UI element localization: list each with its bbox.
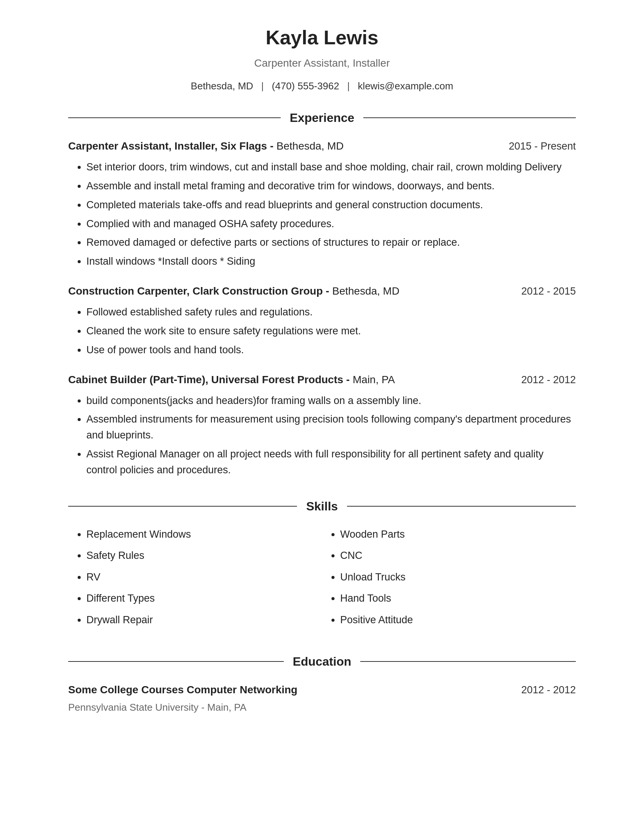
education-1: Some College Courses Computer Networking… — [68, 682, 576, 715]
job-2-header: Construction Carpenter, Clark Constructi… — [68, 283, 576, 299]
skills-left-column: Replacement Windows Safety Rules RV Diff… — [68, 527, 322, 634]
list-item: Unload Trucks — [340, 569, 576, 585]
job-2-location: Bethesda, MD — [332, 285, 399, 297]
education-1-school: Pennsylvania State University - Main, PA — [68, 700, 576, 715]
job-2-bullets: Followed established safety rules and re… — [68, 304, 576, 358]
experience-section-title: Experience — [281, 109, 364, 127]
education-1-degree: Some College Courses Computer Networking — [68, 682, 297, 698]
separator-2: | — [348, 80, 350, 92]
skills-line-right — [347, 506, 576, 507]
list-item: Different Types — [86, 591, 322, 606]
experience-line-right — [363, 117, 576, 118]
job-2: Construction Carpenter, Clark Constructi… — [68, 283, 576, 358]
skills-section-header: Skills — [68, 497, 576, 515]
job-3-bullets: build components(jacks and headers)for f… — [68, 393, 576, 478]
skills-section: Skills Replacement Windows Safety Rules … — [68, 497, 576, 634]
experience-section-header: Experience — [68, 109, 576, 127]
candidate-name: Kayla Lewis — [68, 23, 576, 52]
list-item: Assist Regional Manager on all project n… — [86, 446, 576, 478]
job-3-dates: 2012 - 2012 — [521, 372, 576, 388]
education-section-title: Education — [284, 652, 361, 671]
separator-1: | — [261, 80, 264, 92]
contact-location: Bethesda, MD — [191, 80, 253, 92]
job-3-title: Cabinet Builder (Part-Time), Universal F… — [68, 372, 395, 388]
education-line-right — [360, 661, 576, 662]
job-1: Carpenter Assistant, Installer, Six Flag… — [68, 138, 576, 270]
contact-email: klewis@example.com — [358, 80, 454, 92]
job-1-dates: 2015 - Present — [509, 138, 576, 154]
list-item: Followed established safety rules and re… — [86, 304, 576, 320]
list-item: Assembled instruments for measurement us… — [86, 412, 576, 443]
skills-grid: Replacement Windows Safety Rules RV Diff… — [68, 527, 576, 634]
job-3-location: Main, PA — [353, 374, 395, 386]
job-3: Cabinet Builder (Part-Time), Universal F… — [68, 372, 576, 478]
list-item: Removed damaged or defective parts or se… — [86, 235, 576, 251]
list-item: CNC — [340, 548, 576, 563]
job-1-header: Carpenter Assistant, Installer, Six Flag… — [68, 138, 576, 154]
education-1-header: Some College Courses Computer Networking… — [68, 682, 576, 698]
list-item: Cleaned the work site to ensure safety r… — [86, 323, 576, 339]
list-item: build components(jacks and headers)for f… — [86, 393, 576, 409]
education-section: Education Some College Courses Computer … — [68, 652, 576, 715]
list-item: RV — [86, 569, 322, 585]
job-2-dates: 2012 - 2015 — [521, 284, 576, 299]
job-1-location: Bethesda, MD — [277, 140, 344, 152]
candidate-title: Carpenter Assistant, Installer — [68, 55, 576, 71]
education-section-header: Education — [68, 652, 576, 671]
skills-right-column: Wooden Parts CNC Unload Trucks Hand Tool… — [322, 527, 576, 634]
list-item: Set interior doors, trim windows, cut an… — [86, 159, 576, 175]
list-item: Drywall Repair — [86, 612, 322, 628]
experience-section: Experience Carpenter Assistant, Installe… — [68, 109, 576, 478]
education-1-dates: 2012 - 2012 — [521, 682, 576, 698]
job-1-bullets: Set interior doors, trim windows, cut an… — [68, 159, 576, 270]
list-item: Complied with and managed OSHA safety pr… — [86, 216, 576, 232]
list-item: Use of power tools and hand tools. — [86, 342, 576, 358]
list-item: Wooden Parts — [340, 527, 576, 542]
list-item: Positive Attitude — [340, 612, 576, 628]
list-item: Safety Rules — [86, 548, 322, 563]
list-item: Completed materials take-offs and read b… — [86, 197, 576, 213]
contact-info: Bethesda, MD | (470) 555-3962 | klewis@e… — [68, 79, 576, 93]
job-1-title: Carpenter Assistant, Installer, Six Flag… — [68, 138, 344, 154]
skills-section-title: Skills — [297, 497, 347, 515]
list-item: Replacement Windows — [86, 527, 322, 542]
list-item: Assemble and install metal framing and d… — [86, 178, 576, 194]
contact-phone: (470) 555-3962 — [272, 80, 340, 92]
education-line-left — [68, 661, 284, 662]
experience-line-left — [68, 117, 281, 118]
list-item: Hand Tools — [340, 591, 576, 606]
list-item: Install windows *Install doors * Siding — [86, 254, 576, 270]
skills-line-left — [68, 506, 297, 507]
job-3-header: Cabinet Builder (Part-Time), Universal F… — [68, 372, 576, 388]
resume-header: Kayla Lewis Carpenter Assistant, Install… — [68, 23, 576, 93]
job-2-title: Construction Carpenter, Clark Constructi… — [68, 283, 399, 299]
